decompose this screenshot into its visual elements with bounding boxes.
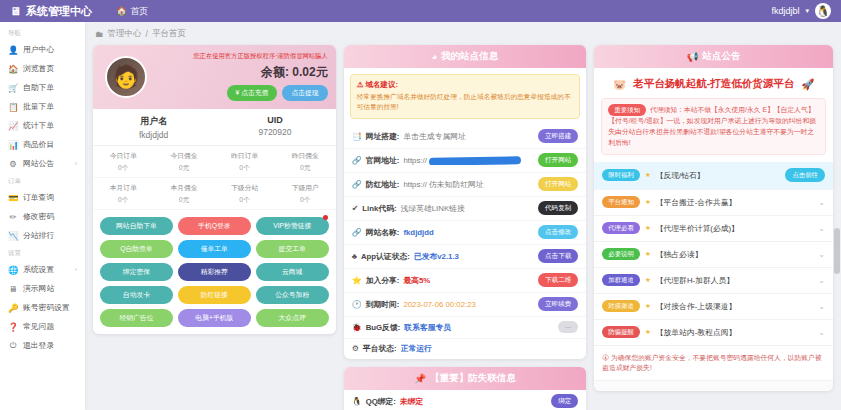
quick-cloud-shop-button[interactable]: 云商城 (256, 263, 329, 281)
megaphone-icon: 📢 (687, 51, 699, 62)
announcement-headline: 🐷 老平台扬帆起航-打造低价货源平台 🚀 (594, 68, 833, 98)
announcement-item-anti-scam[interactable]: 防骗提醒 ★ 【放单站内-教程点阅】 ⌄ (594, 320, 833, 346)
penguin-avatar-icon: 🐧 (816, 5, 830, 18)
star-icon: ★ (645, 250, 651, 258)
quick-vip-link-button[interactable]: VIP秒赞链接 (256, 217, 329, 235)
sidebar-item-order-query[interactable]: 💳 订单查询 (0, 188, 85, 207)
chevron-down-icon[interactable]: ⌄ (818, 276, 825, 285)
download-app-button[interactable]: 点击下载 (538, 249, 578, 263)
rocket-icon: 🚀 (801, 78, 814, 91)
edit-site-name-button[interactable]: 点击修改 (538, 225, 578, 239)
quick-submit-ticket-button[interactable]: 提交工单 (256, 240, 329, 258)
info-row-site-build: 📑 网址搭建: 单击生成专属网址 立即搭建 (344, 125, 587, 149)
question-icon: ❓ (8, 322, 18, 332)
sidebar-section-label: 设置 (0, 245, 85, 260)
sidebar-item-account-password[interactable]: 🔑 账号密码设置 (0, 298, 85, 317)
quick-recommend-button[interactable]: 精彩推荐 (178, 263, 251, 281)
sidebar-item-system-settings[interactable]: 🌐 系统设置 › (0, 260, 85, 279)
announcement-item-platform-move[interactable]: 平台通知 ★ 【平台搬迁-合作共赢】 ⌄ (594, 190, 833, 216)
announcement-pill: 加群通道 (602, 274, 640, 286)
sidebar-item-user-center[interactable]: 👤 用户中心 (0, 40, 85, 59)
sidebar: 导航 👤 用户中心 🏠 浏览首页 🛒 自助下单 📋 批量下单 📈 统计下单 📊 … (0, 22, 85, 410)
quick-actions-grid: 网站自助下单 手机Q登录 VIP秒赞链接 Q自助查单 催单工单 提交工单 绑定密… (93, 210, 336, 334)
quick-site-order-button[interactable]: 网站自助下单 (100, 217, 173, 235)
sidebar-item-demo-site[interactable]: 🖥 演示网站 (0, 279, 85, 298)
open-official-site-button[interactable]: 打开网站 (538, 153, 578, 167)
user-stats-grid: 今日订单 0个 今日佣金 0元 昨日订单 0个 昨日佣金 0元 本月订单 0 (93, 146, 336, 210)
top-bar: 🖥 系统管理中心 🏠 首页 fkdjdjbl ▾ 🐧 (0, 0, 841, 22)
build-now-button[interactable]: 立即搭建 (538, 129, 578, 143)
gear-icon: ⚙ (352, 344, 359, 353)
pencil-icon: ✏ (8, 212, 18, 222)
sidebar-item-order-stats[interactable]: 📈 统计下单 (0, 116, 85, 135)
star-icon: ★ (645, 328, 651, 336)
chevron-down-icon[interactable]: ⌄ (818, 224, 825, 233)
recharge-button[interactable]: ¥ 点击充值 (227, 85, 278, 101)
key-icon: 🔑 (8, 303, 18, 313)
clock-icon: 🕐 (352, 300, 362, 309)
star-icon: ★ (645, 302, 651, 310)
info-row-app-status: ♣ App认证状态: 已发布v2.1.3 点击下载 (344, 245, 587, 269)
announcement-item-partner[interactable]: 对接渠道 ★ 【对接合作-上级渠道】 ⌄ (594, 294, 833, 320)
quick-ad-slot-button[interactable]: 经销广告位 (100, 309, 173, 327)
qq-icon: 🐧 (352, 397, 362, 406)
announcement-item-join-group[interactable]: 加群通道 ★ 【代理群H-加群人员】 ⌄ (594, 268, 833, 294)
sidebar-item-browse-home[interactable]: 🏠 浏览首页 (0, 59, 85, 78)
sidebar-item-logout[interactable]: ⏻ 退出登录 (0, 336, 85, 355)
desktop-icon: 🖥 (8, 284, 18, 294)
quick-urge-ticket-button[interactable]: 催单工单 (178, 240, 251, 258)
renew-button[interactable]: 立即续费 (538, 297, 578, 311)
stat-month-orders: 本月订单 0个 (93, 178, 154, 210)
copy-code-button[interactable]: 代码复制 (538, 201, 578, 215)
star-icon: ★ (645, 171, 651, 179)
monitor-icon: 🖥 (10, 5, 21, 17)
sidebar-item-faq[interactable]: ❓ 常见问题 (0, 317, 85, 336)
breadcrumb-root[interactable]: 管理中心 (108, 28, 142, 40)
sidebar-item-branch-ranking[interactable]: 📉 分站排行 (0, 226, 85, 245)
stat-yesterday-orders: 昨日订单 0个 (214, 146, 275, 178)
chevron-right-icon: › (75, 266, 77, 273)
quick-bind-security-button[interactable]: 绑定密保 (100, 263, 173, 281)
quick-pc-mobile-button[interactable]: 电脑+手机版 (178, 309, 251, 327)
promo-go-button[interactable]: 点击前往 (785, 168, 825, 182)
chevron-down-icon[interactable]: ⌄ (818, 302, 825, 311)
card-icon: 💳 (8, 193, 18, 203)
chevron-down-icon[interactable]: ⌄ (818, 198, 825, 207)
bug-feedback-button[interactable]: ··· (558, 321, 579, 333)
chevron-down-icon[interactable]: ⌄ (818, 328, 825, 337)
bind-info-header: 📌 【重要】防失联信息 (344, 367, 587, 390)
quick-query-button[interactable]: Q自助查单 (100, 240, 173, 258)
chevron-down-icon[interactable]: ⌄ (818, 250, 825, 259)
user-menu[interactable]: fkdjdjbl (771, 6, 799, 16)
avatar[interactable]: 🐧 (815, 3, 831, 19)
page-scrollbar[interactable] (834, 228, 840, 274)
sidebar-item-change-password[interactable]: ✏ 修改密码 (0, 207, 85, 226)
sidebar-item-price-list[interactable]: 📊 商品价目 (0, 135, 85, 154)
announcement-item-agent-price[interactable]: 代理必看 ★ 【代理半价计算(必成)】 ⌄ (594, 216, 833, 242)
withdraw-button[interactable]: 点击提现 (282, 85, 327, 101)
quick-auto-card-button[interactable]: 自动发卡 (100, 286, 173, 304)
sidebar-item-site-notice[interactable]: ⚙ 网站公告 › (0, 154, 85, 173)
censored-url (429, 156, 521, 165)
sidebar-item-self-order[interactable]: 🛒 自助下单 (0, 78, 85, 97)
quick-official-account-button[interactable]: 公众号加粉 (256, 286, 329, 304)
quick-dazhong-button[interactable]: 大众点评 (256, 309, 329, 327)
bind-qq-button[interactable]: 绑定 (551, 394, 578, 408)
quick-mobile-login-button[interactable]: 手机Q登录 (178, 217, 251, 235)
info-row-bug-report: 🐞 BuG反馈: 联系客服专员 ··· (344, 317, 587, 339)
chevron-down-icon[interactable]: ▾ (805, 7, 809, 15)
announcement-item-must-read[interactable]: 必要说明 ★ 【独占必读】 ⌄ (594, 242, 833, 268)
open-antired-site-button[interactable]: 打开网站 (538, 177, 578, 191)
info-row-expiry: 🕐 到期时间: 2023-07-06 00:02:23 立即续费 (344, 293, 587, 317)
site-info-panel: ◕ 我的站点信息 ⚠ 域名建议: 经常更换推广域名并做好防红处理，防止域名被墙后… (344, 45, 587, 359)
user-identity-row: 用户名 fkdjdjdd UID 9720920 (93, 109, 336, 146)
user-icon: 👤 (8, 45, 18, 55)
sidebar-item-batch-order[interactable]: 📋 批量下单 (0, 97, 85, 116)
nav-home[interactable]: 🏠 首页 (116, 5, 148, 18)
power-icon: ⏻ (8, 340, 18, 351)
folder-icon: 🖿 (95, 29, 104, 39)
chevron-right-icon: › (75, 160, 77, 167)
download-qr-button[interactable]: 下载二维 (538, 273, 578, 287)
quick-antired-link-button[interactable]: 防红链接 (178, 286, 251, 304)
announcement-item-promo[interactable]: 限时福利 ★ 【反现/钻石】 点击前往 (594, 162, 833, 190)
